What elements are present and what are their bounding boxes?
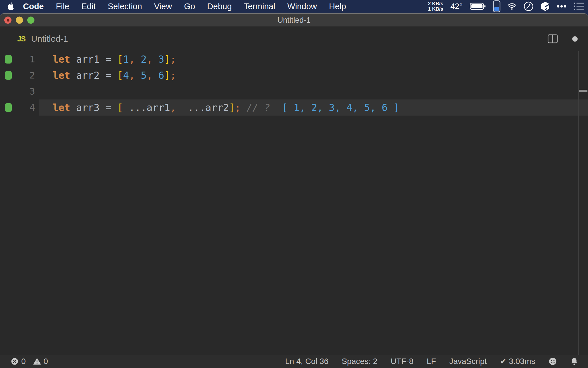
network-up-label: 2 KB/s: [428, 1, 443, 6]
code-line-1[interactable]: 1let arr1 = [1, 2, 3];: [0, 51, 588, 67]
apple-menu-icon[interactable]: [7, 2, 14, 11]
menu-item-edit[interactable]: Edit: [75, 2, 102, 11]
list-icon[interactable]: [574, 2, 584, 10]
compass-icon[interactable]: [523, 1, 534, 12]
menu-bar-status: 2 KB/s 1 KB/s 42°: [428, 0, 584, 12]
menu-item-view[interactable]: View: [148, 2, 178, 11]
temperature-indicator[interactable]: 42°: [450, 2, 463, 11]
menu-item-window[interactable]: Window: [281, 2, 323, 11]
run-time-value: 3.03ms: [509, 357, 535, 366]
menu-item-code[interactable]: Code: [17, 2, 50, 11]
line-number: 4: [9, 99, 35, 116]
split-editor-icon[interactable]: [548, 34, 558, 43]
line-number: 3: [9, 83, 35, 99]
code-line-2[interactable]: 2let arr2 = [4, 5, 6];: [0, 67, 588, 83]
device-battery-icon[interactable]: [493, 0, 500, 12]
unsaved-changes-dot[interactable]: [572, 36, 578, 42]
eol-setting[interactable]: LF: [427, 357, 436, 366]
editor[interactable]: 1let arr1 = [1, 2, 3];2let arr2 = [4, 5,…: [0, 51, 588, 355]
code-text: let arr2 = [4, 5, 6];: [53, 67, 176, 83]
network-speed-indicator[interactable]: 2 KB/s 1 KB/s: [428, 1, 443, 12]
cube-icon[interactable]: [541, 1, 550, 11]
window-title: Untitled-1: [0, 14, 588, 26]
network-down-label: 1 KB/s: [428, 6, 443, 12]
problems-indicator[interactable]: 0 0: [11, 357, 53, 366]
more-dots-icon[interactable]: [557, 5, 566, 8]
tab-untitled-1[interactable]: JS Untitled-1: [0, 26, 68, 51]
notifications-bell-icon[interactable]: [570, 357, 578, 366]
code-text: let arr1 = [1, 2, 3];: [53, 51, 176, 67]
app-menus: CodeFileEditSelectionViewGoDebugTerminal…: [17, 2, 352, 11]
tab-file-name: Untitled-1: [31, 34, 68, 44]
code-line-3[interactable]: 3: [0, 83, 588, 99]
error-icon: [11, 358, 18, 365]
menu-item-selection[interactable]: Selection: [102, 2, 148, 11]
error-count: 0: [21, 357, 26, 366]
warning-count: 0: [44, 357, 48, 366]
encoding-setting[interactable]: UTF-8: [391, 357, 413, 366]
editor-actions: [548, 34, 588, 43]
wifi-icon[interactable]: [508, 3, 516, 10]
quokka-run-time[interactable]: ✔ 3.03ms: [500, 357, 535, 366]
code-text: let arr3 = [ ...arr1, ...arr2]; // ? [ 1…: [53, 99, 399, 116]
menu-item-file[interactable]: File: [50, 2, 76, 11]
status-bar: 0 0 Ln 4, Col 36 Spaces: 2 UTF-8 LF Java…: [0, 355, 588, 368]
code-rows: 1let arr1 = [1, 2, 3];2let arr2 = [4, 5,…: [0, 51, 588, 355]
code-line-4[interactable]: 4let arr3 = [ ...arr1, ...arr2]; // ? [ …: [0, 99, 588, 116]
warning-icon: [33, 358, 41, 365]
screen: CodeFileEditSelectionViewGoDebugTerminal…: [0, 0, 588, 368]
menu-item-debug[interactable]: Debug: [201, 2, 238, 11]
battery-icon[interactable]: [470, 2, 486, 10]
tab-bar: JS Untitled-1: [0, 26, 588, 51]
menu-item-go[interactable]: Go: [178, 2, 201, 11]
window-title-bar[interactable]: Untitled-1: [0, 14, 588, 26]
cursor-position[interactable]: Ln 4, Col 36: [285, 357, 328, 366]
language-mode[interactable]: JavaScript: [449, 357, 487, 366]
overview-ruler-cursor-marker: [579, 90, 587, 92]
menu-item-help[interactable]: Help: [323, 2, 352, 11]
line-number: 2: [9, 67, 35, 83]
feedback-smiley-icon[interactable]: [548, 357, 557, 366]
overview-ruler[interactable]: [578, 51, 579, 355]
menu-item-terminal[interactable]: Terminal: [238, 2, 281, 11]
indentation-setting[interactable]: Spaces: 2: [342, 357, 378, 366]
javascript-file-icon: JS: [17, 35, 26, 43]
vscode-window: Untitled-1 JS Untitled-1 1let arr1 = [1,…: [0, 13, 588, 368]
status-bar-right: Ln 4, Col 36 Spaces: 2 UTF-8 LF JavaScri…: [272, 357, 578, 366]
menu-bar: CodeFileEditSelectionViewGoDebugTerminal…: [0, 0, 588, 13]
check-icon: ✔: [500, 357, 506, 366]
line-number: 1: [9, 51, 35, 67]
